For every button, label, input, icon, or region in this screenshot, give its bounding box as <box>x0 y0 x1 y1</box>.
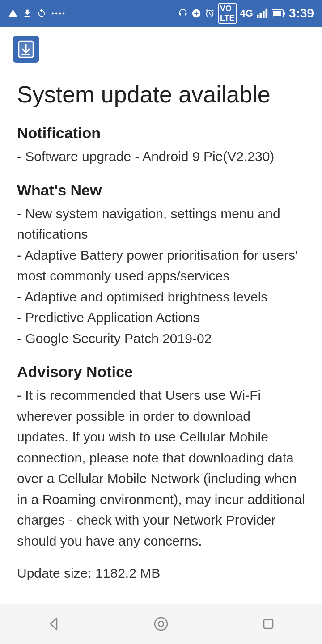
nav-back-button[interactable] <box>45 615 62 632</box>
notification-section: Notification - Software upgrade - Androi… <box>17 124 305 167</box>
advisory-body: - It is recommended that Users use Wi-Fi… <box>17 385 305 551</box>
4g-icon: 4G <box>240 8 253 19</box>
advisory-title: Advisory Notice <box>17 363 305 381</box>
svg-rect-10 <box>283 12 285 15</box>
add-circle-icon <box>191 8 201 18</box>
svg-point-17 <box>158 621 164 627</box>
svg-marker-15 <box>51 618 57 630</box>
sync-icon <box>37 8 47 18</box>
app-icon-box <box>13 36 39 63</box>
svg-rect-5 <box>259 13 262 18</box>
page-title: System update available <box>17 80 305 108</box>
system-update-icon <box>17 40 35 58</box>
whats-new-section: What's New - New system navigation, sett… <box>17 182 305 349</box>
download-status-icon <box>22 8 32 18</box>
nav-recent-button[interactable] <box>260 615 277 632</box>
more-icon <box>51 8 65 18</box>
notification-body: - Software upgrade - Android 9 Pie(V2.23… <box>17 146 305 167</box>
svg-point-3 <box>63 13 65 15</box>
svg-point-0 <box>52 13 54 15</box>
status-time: 3:39 <box>289 6 314 21</box>
status-bar-left-icons <box>8 8 65 18</box>
svg-rect-9 <box>273 11 281 16</box>
notification-title: Notification <box>17 124 305 142</box>
nav-bar <box>0 604 322 644</box>
svg-rect-6 <box>263 11 265 18</box>
status-bar: VOLTE 4G 3:39 <box>0 0 322 27</box>
svg-rect-7 <box>265 9 267 18</box>
volte-icon: VOLTE <box>218 3 237 24</box>
whats-new-body: - New system navigation, settings menu a… <box>17 203 305 349</box>
alarm-icon <box>205 8 215 18</box>
warning-icon <box>8 8 18 18</box>
status-bar-right-icons: VOLTE 4G 3:39 <box>178 3 314 24</box>
svg-rect-4 <box>257 15 259 18</box>
svg-point-16 <box>155 618 167 630</box>
advisory-section: Advisory Notice - It is recommended that… <box>17 363 305 551</box>
svg-rect-13 <box>21 54 30 55</box>
update-size: Update size: 1182.2 MB <box>17 566 305 581</box>
whats-new-title: What's New <box>17 182 305 199</box>
nav-home-button[interactable] <box>153 615 169 632</box>
signal-icon <box>257 8 268 18</box>
svg-point-1 <box>55 13 58 15</box>
headphone-icon <box>178 8 188 18</box>
svg-point-2 <box>59 13 61 15</box>
svg-rect-18 <box>264 619 273 628</box>
app-header <box>0 27 322 67</box>
main-content: System update available Notification - S… <box>0 67 322 597</box>
battery-icon <box>272 8 285 18</box>
